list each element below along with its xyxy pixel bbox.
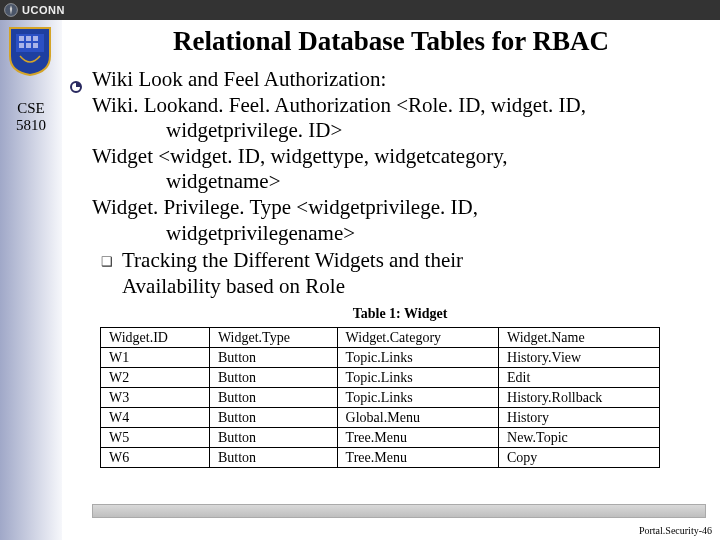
table-cell: Topic.Links xyxy=(337,367,498,387)
shield-icon xyxy=(8,26,52,76)
table-cell: Button xyxy=(209,448,337,468)
table-cell: Global.Menu xyxy=(337,407,498,427)
table-cell: Button xyxy=(209,407,337,427)
course-code: CSE 5810 xyxy=(0,100,62,135)
oakleaf-icon xyxy=(4,3,18,17)
bullet-heading: Wiki Look and Feel Authorization: xyxy=(92,67,710,93)
svg-rect-2 xyxy=(19,36,24,41)
table-cell: History xyxy=(499,407,660,427)
table-caption: Table 1: Widget xyxy=(100,305,700,322)
slide-content: Relational Database Tables for RBAC Wiki… xyxy=(62,20,720,540)
svg-rect-3 xyxy=(26,36,31,41)
table-row: W6ButtonTree.MenuCopy xyxy=(101,448,660,468)
schema-line: widgetprivilegename> xyxy=(92,221,710,247)
table-cell: W2 xyxy=(101,367,210,387)
svg-rect-6 xyxy=(26,43,31,48)
table-cell: Copy xyxy=(499,448,660,468)
slide-title: Relational Database Tables for RBAC xyxy=(62,26,720,57)
uconn-logo: UCONN xyxy=(4,3,65,17)
bullet-disc-icon xyxy=(70,81,82,93)
sidebar: CSE 5810 xyxy=(0,20,62,540)
widget-table: Widget.IDWidget.TypeWidget.CategoryWidge… xyxy=(100,327,660,469)
table-cell: W4 xyxy=(101,407,210,427)
table-cell: W1 xyxy=(101,347,210,367)
table-row: W5ButtonTree.MenuNew.Topic xyxy=(101,427,660,447)
sub-bullet-line: Tracking the Different Widgets and their xyxy=(122,248,463,274)
slide-footer: Portal.Security-46 xyxy=(639,525,712,536)
table-cell: History.View xyxy=(499,347,660,367)
schema-line: widgetprivilege. ID> xyxy=(92,118,710,144)
table-header: Widget.ID xyxy=(101,327,210,347)
svg-rect-4 xyxy=(33,36,38,41)
table-row: W2ButtonTopic.LinksEdit xyxy=(101,367,660,387)
course-num: 5810 xyxy=(0,117,62,134)
svg-rect-5 xyxy=(19,43,24,48)
table-header: Widget.Name xyxy=(499,327,660,347)
table-header: Widget.Category xyxy=(337,327,498,347)
slide-body: Wiki Look and Feel Authorization: Wiki. … xyxy=(70,67,710,468)
table-cell: Tree.Menu xyxy=(337,448,498,468)
table-cell: Button xyxy=(209,367,337,387)
schema-line: widgetname> xyxy=(92,169,710,195)
table-row: W1ButtonTopic.LinksHistory.View xyxy=(101,347,660,367)
table-row: W3ButtonTopic.LinksHistory.Rollback xyxy=(101,387,660,407)
brand-name: UCONN xyxy=(22,4,65,16)
table-container: Table 1: Widget Widget.IDWidget.TypeWidg… xyxy=(100,305,700,468)
table-cell: History.Rollback xyxy=(499,387,660,407)
top-bar: UCONN xyxy=(0,0,720,20)
sub-bullet-line: Availability based on Role xyxy=(122,274,463,300)
scrollbar-placeholder xyxy=(92,504,706,518)
svg-rect-7 xyxy=(33,43,38,48)
table-cell: Topic.Links xyxy=(337,387,498,407)
schema-line: Widget. Privilege. Type <widgetprivilege… xyxy=(92,195,710,221)
table-cell: W6 xyxy=(101,448,210,468)
table-cell: Tree.Menu xyxy=(337,427,498,447)
table-cell: Topic.Links xyxy=(337,347,498,367)
table-cell: Button xyxy=(209,387,337,407)
schema-line: Widget <widget. ID, widgettype, widgetca… xyxy=(92,144,710,170)
table-cell: New.Topic xyxy=(499,427,660,447)
table-cell: Button xyxy=(209,347,337,367)
bullet-square-icon: ❑ xyxy=(92,248,122,299)
table-cell: W3 xyxy=(101,387,210,407)
course-dept: CSE xyxy=(0,100,62,117)
table-row: W4ButtonGlobal.MenuHistory xyxy=(101,407,660,427)
table-cell: Edit xyxy=(499,367,660,387)
table-header: Widget.Type xyxy=(209,327,337,347)
table-cell: W5 xyxy=(101,427,210,447)
table-cell: Button xyxy=(209,427,337,447)
schema-line: Wiki. Lookand. Feel. Authorization <Role… xyxy=(92,93,710,119)
